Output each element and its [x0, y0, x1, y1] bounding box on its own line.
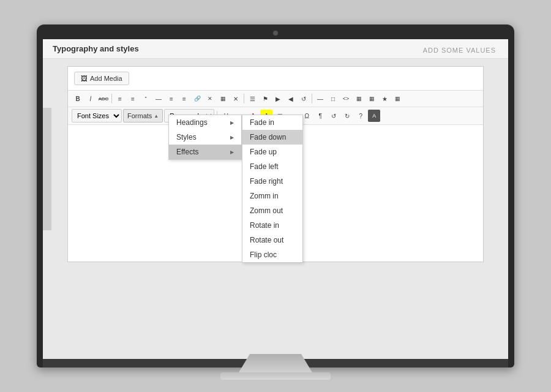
submenu-rotate-in[interactable]: Rotate in	[242, 218, 302, 233]
table-button[interactable]: ▦	[217, 92, 229, 105]
effects-chevron: ▶	[230, 149, 234, 155]
formats-button[interactable]: Formats ▲	[123, 109, 163, 123]
table2-button[interactable]: ▦	[365, 92, 378, 105]
submenu-fade-left[interactable]: Fade left	[242, 159, 302, 174]
accessibility-button[interactable]: A	[368, 110, 380, 122]
monitor-screen: Typography and styles ADD SOME VALUES 🖼 …	[43, 39, 508, 359]
monitor-camera	[273, 31, 278, 36]
submenu-fade-up[interactable]: Fade up	[242, 145, 302, 159]
submenu-fade-in[interactable]: Fade in	[242, 115, 302, 130]
monitor-foot	[220, 372, 331, 380]
menu-item-headings[interactable]: Headings ▶	[169, 115, 241, 130]
formats-dropdown: Headings ▶ Styles ▶ Effects ▶	[168, 115, 242, 160]
sep-1	[111, 94, 112, 104]
styles-chevron: ▶	[230, 135, 234, 140]
submenu-rotate-out[interactable]: Rotate out	[242, 233, 302, 247]
editor-container: 🖼 Add Media B I ABC ≡ ≡ " — ≡	[67, 66, 484, 262]
formats-label: Formats	[127, 112, 152, 119]
link-button[interactable]: 🔗	[191, 92, 203, 105]
font-size-select[interactable]: Font Sizes	[72, 109, 122, 123]
back-button[interactable]: ◀	[285, 92, 297, 105]
submenu-zomm-out[interactable]: Zomm out	[242, 203, 302, 218]
effects-label: Effects	[176, 148, 198, 156]
dash-button[interactable]: —	[314, 92, 326, 105]
bold-button[interactable]: B	[72, 92, 84, 105]
stand-assembly	[220, 354, 331, 380]
effects-submenu: Fade in Fade down Fade up Fade left Fade	[242, 115, 303, 263]
play-button[interactable]: ▶	[272, 92, 284, 105]
align-center-button[interactable]: ≡	[178, 92, 190, 105]
code-button[interactable]: <>	[340, 92, 352, 105]
toolbar-row-1: B I ABC ≡ ≡ " — ≡ ≡ 🔗 ✕ ▦ ✕	[68, 91, 483, 107]
sep-2	[244, 94, 244, 104]
flag-button[interactable]: ⚑	[259, 92, 271, 105]
ul-button[interactable]: ≡	[114, 92, 126, 105]
formats-arrow: ▲	[154, 113, 159, 119]
monitor: Typography and styles ADD SOME VALUES 🖼 …	[37, 24, 514, 368]
headings-label: Headings	[176, 118, 208, 127]
main-area: 🖼 Add Media B I ABC ≡ ≡ " — ≡	[43, 59, 508, 359]
headings-chevron: ▶	[230, 120, 234, 126]
box-button[interactable]: □	[327, 92, 339, 105]
unlink-button[interactable]: ✕	[204, 92, 216, 105]
screen-content: Typography and styles ADD SOME VALUES 🖼 …	[43, 39, 508, 359]
add-media-label: Add Media	[90, 75, 122, 82]
align-left-button[interactable]: ≡	[165, 92, 178, 105]
submenu-fade-right[interactable]: Fade right	[242, 174, 302, 189]
menu-item-styles[interactable]: Styles ▶	[169, 130, 241, 145]
sep-3	[312, 94, 312, 104]
blockquote-button[interactable]: "	[140, 92, 152, 105]
hr-button[interactable]: —	[152, 92, 165, 105]
help-button[interactable]: ?	[354, 110, 367, 122]
title-bar: Typography and styles ADD SOME VALUES	[43, 39, 508, 59]
submenu-flip-cloc[interactable]: Flip cloc	[242, 247, 302, 262]
add-media-button[interactable]: 🖼 Add Media	[74, 72, 129, 85]
add-media-icon: 🖼	[81, 75, 88, 82]
page-title: Typography and styles	[53, 44, 139, 53]
pilcrow-button[interactable]: ¶	[314, 110, 326, 122]
monitor-stand	[239, 354, 312, 372]
add-media-bar: 🖼 Add Media	[68, 67, 483, 91]
submenu-zomm-in[interactable]: Zomm in	[242, 189, 302, 203]
undo2-button[interactable]: ↺	[328, 110, 340, 122]
misc-button[interactable]: ▦	[391, 92, 403, 105]
grid-button[interactable]: ▦	[353, 92, 365, 105]
insert-button[interactable]: ☰	[246, 92, 258, 105]
menu-item-effects[interactable]: Effects ▶	[169, 145, 241, 159]
italic-button[interactable]: I	[84, 92, 97, 105]
submenu-fade-down[interactable]: Fade down	[242, 130, 302, 145]
styles-label: Styles	[176, 133, 197, 141]
abc-button[interactable]: ABC	[97, 92, 110, 105]
top-right-label: ADD SOME VALUES	[423, 47, 496, 54]
star-button[interactable]: ★	[378, 92, 391, 105]
redo-button[interactable]: ↻	[341, 110, 353, 122]
left-bar	[43, 108, 51, 230]
ol-button[interactable]: ≡	[127, 92, 139, 105]
delete-table-button[interactable]: ✕	[230, 92, 242, 105]
undo-button[interactable]: ↺	[298, 92, 310, 105]
